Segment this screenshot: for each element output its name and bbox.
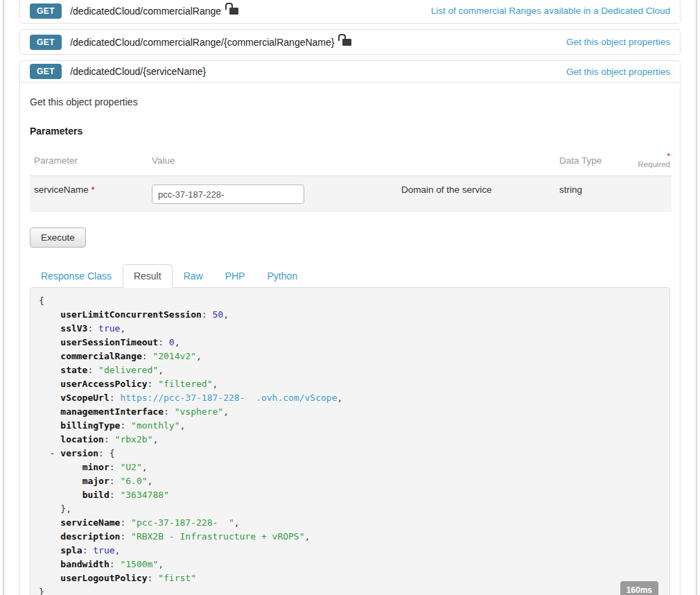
code-token-plain [39,351,60,361]
code-token-str: "monthly" [131,420,180,431]
code-token-plain: , [305,531,310,542]
code-token-plain [39,559,60,569]
code-token-plain: : [87,365,98,375]
code-token-plain [39,379,60,389]
code-token-plain [39,420,60,431]
parameter-name-cell: serviceName * [30,176,148,213]
endpoint-path: /dedicatedCloud/{serviceName} [70,66,206,77]
code-token-str: "6.0" [120,476,147,486]
endpoint-path: /dedicatedCloud/commercialRange [70,6,221,17]
parameter-row: serviceName * Domain of the service stri… [30,176,672,213]
expanded-operation: GET /dedicatedCloud/{serviceName} Get th… [19,60,681,595]
code-token-key: spla [60,545,82,555]
code-token-plain: , [115,545,121,555]
code-token-key: location [60,434,104,445]
code-token-str: "delivered" [98,365,158,375]
code-token-plain: , [120,323,125,334]
code-token-str: "RBX2B - Infrastructure + vROPS" [131,531,304,542]
code-token-key: managementInterface [60,406,164,417]
code-token-plain: , [234,517,240,528]
code-token-plain: : [164,406,175,417]
code-token-plain: , [212,379,218,389]
tab-raw[interactable]: Raw [173,264,214,288]
endpoint-summary-link[interactable]: List of commercial Ranges available in a… [431,6,670,16]
code-token-key: userLimitConcurrentSession [60,309,202,320]
code-line: build: "3634788" [39,488,661,502]
json-code: { userLimitConcurrentSession: 50, sslV3:… [39,294,661,595]
code-token-plain: , [223,406,229,417]
required-star: * [91,184,95,195]
tab-response-class[interactable]: Response Class [30,264,123,288]
vscope-url-link[interactable]: https://pcc-37-187-228- .ovh.com/vScope [120,393,337,403]
code-line: } [39,585,661,595]
tab-result[interactable]: Result [123,264,173,288]
code-token-plain: , [148,476,153,486]
endpoint-row-commercial-range[interactable]: GET /dedicatedCloud/commercialRange List… [19,0,681,24]
code-line: state: "delivered", [39,363,661,377]
response-tabs: Response Class Result Raw PHP Python [30,264,670,287]
endpoint-summary-link[interactable]: Get this object properties [566,37,670,47]
endpoint-row-service-name[interactable]: GET /dedicatedCloud/{serviceName} Get th… [20,61,680,83]
header-description [397,146,555,176]
code-token-plain [39,434,60,445]
code-token-str: "U2" [120,462,141,472]
parameter-value-cell [148,176,397,213]
code-token-plain: : [82,545,94,555]
code-token-plain: : { [98,448,114,458]
endpoint-row-commercial-range-name[interactable]: GET /dedicatedCloud/commercialRange/{com… [19,29,681,55]
http-method-badge: GET [30,64,62,79]
code-token-key: sslV3 [60,323,87,334]
code-token-str: "filtered" [158,379,212,389]
code-line: minor: "U2", [39,460,661,474]
api-console-card: GET /dedicatedCloud/commercialRange List… [3,0,697,595]
code-token-plain [39,323,60,334]
code-token-key: description [60,531,120,542]
parameters-table: Parameter Value Data Type * Required ser… [30,146,672,212]
endpoint-summary-link[interactable]: Get this object properties [566,67,670,77]
code-token-plain: , [152,434,158,445]
code-token-num: 0 [169,337,175,347]
code-token-plain: , [338,393,343,403]
code-token-plain: : [148,379,159,389]
code-token-plain [39,476,82,486]
code-token-plain: , [196,351,202,361]
code-line: userAccessPolicy: "filtered", [39,377,661,391]
code-token-str: "pcc-37-187-228- " [131,517,234,528]
tab-python[interactable]: Python [256,264,308,288]
http-method-badge: GET [30,35,62,50]
code-line: description: "RBX2B - Infrastructure + v… [39,530,661,544]
code-token-key: userSessionTimeout [60,337,158,347]
execute-button[interactable]: Execute [30,227,86,248]
code-token-plain [39,490,82,500]
code-token-plain: , [223,309,229,320]
code-line: - version: { [39,447,661,460]
code-line: billingType: "monthly", [39,419,661,433]
code-line: vScopeUrl: https://pcc-37-187-228- .ovh.… [39,391,661,405]
tab-php[interactable]: PHP [214,264,256,288]
code-token-key: serviceName [60,517,120,528]
code-token-key: version [60,448,98,458]
code-token-plain: : [120,517,131,528]
code-token-plain: { [39,295,44,306]
parameter-data-type-cell: string [555,176,631,213]
operation-description: Get this object properties [30,96,670,107]
code-token-plain [39,517,60,528]
code-token-plain: : [110,490,121,500]
code-token-str: "rbx2b" [115,434,153,445]
code-line: location: "rbx2b", [39,433,661,447]
code-line: serviceName: "pcc-37-187-228- ", [39,516,661,530]
code-token-plain: : [120,531,131,542]
code-token-key: vScopeUrl [60,393,109,403]
code-token-bool: true [98,323,120,334]
code-token-str: "2014v2" [152,351,196,361]
code-token-key: build [82,490,110,500]
service-name-input[interactable] [152,184,304,204]
code-token-plain [39,393,60,403]
code-line: userSessionTimeout: 0, [39,336,661,350]
code-token-plain: : [110,559,121,569]
code-token-key: minor [82,462,110,472]
code-token-key: bandwidth [60,559,109,569]
header-data-type: Data Type [555,146,631,176]
code-token-key: major [82,476,110,486]
code-token-plain [39,406,60,417]
